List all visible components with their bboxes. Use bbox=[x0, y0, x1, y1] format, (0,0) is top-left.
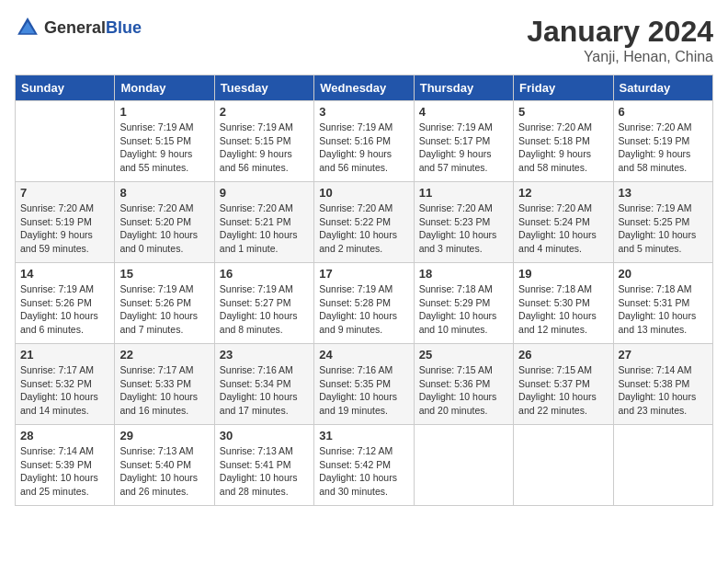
calendar-table: Sunday Monday Tuesday Wednesday Thursday… bbox=[15, 75, 713, 506]
day-info: Sunrise: 7:18 AM Sunset: 5:30 PM Dayligh… bbox=[518, 282, 608, 337]
table-row: 11Sunrise: 7:20 AM Sunset: 5:23 PM Dayli… bbox=[414, 182, 513, 263]
day-number: 15 bbox=[119, 267, 209, 281]
logo-text: GeneralBlue bbox=[44, 18, 142, 38]
day-number: 1 bbox=[119, 105, 209, 119]
table-row bbox=[414, 425, 513, 506]
col-saturday: Saturday bbox=[613, 75, 712, 101]
day-info: Sunrise: 7:20 AM Sunset: 5:20 PM Dayligh… bbox=[119, 201, 209, 256]
day-number: 20 bbox=[619, 267, 708, 281]
table-row: 8Sunrise: 7:20 AM Sunset: 5:20 PM Daylig… bbox=[115, 182, 214, 263]
day-number: 21 bbox=[20, 348, 109, 362]
col-thursday: Thursday bbox=[414, 75, 513, 101]
title-block: January 2024 Yanji, Henan, China bbox=[527, 15, 713, 65]
table-row bbox=[16, 101, 115, 182]
day-number: 6 bbox=[619, 105, 708, 119]
day-info: Sunrise: 7:19 AM Sunset: 5:15 PM Dayligh… bbox=[220, 121, 309, 175]
logo-blue: Blue bbox=[106, 18, 142, 37]
day-number: 13 bbox=[619, 186, 708, 200]
day-number: 8 bbox=[119, 186, 209, 200]
table-row: 23Sunrise: 7:16 AM Sunset: 5:34 PM Dayli… bbox=[214, 344, 313, 425]
table-row: 28Sunrise: 7:14 AM Sunset: 5:39 PM Dayli… bbox=[16, 425, 115, 506]
day-number: 23 bbox=[220, 348, 309, 362]
day-info: Sunrise: 7:19 AM Sunset: 5:15 PM Dayligh… bbox=[119, 121, 209, 175]
day-info: Sunrise: 7:17 AM Sunset: 5:33 PM Dayligh… bbox=[119, 363, 209, 418]
day-number: 29 bbox=[119, 429, 209, 442]
day-info: Sunrise: 7:15 AM Sunset: 5:36 PM Dayligh… bbox=[419, 363, 508, 418]
table-row: 26Sunrise: 7:15 AM Sunset: 5:37 PM Dayli… bbox=[514, 344, 613, 425]
day-number: 16 bbox=[220, 267, 309, 281]
calendar-week-row: 14Sunrise: 7:19 AM Sunset: 5:26 PM Dayli… bbox=[16, 263, 713, 344]
day-info: Sunrise: 7:19 AM Sunset: 5:17 PM Dayligh… bbox=[419, 121, 508, 175]
logo: GeneralBlue bbox=[15, 15, 142, 40]
day-number: 28 bbox=[20, 429, 109, 442]
table-row: 5Sunrise: 7:20 AM Sunset: 5:18 PM Daylig… bbox=[514, 101, 613, 182]
day-number: 25 bbox=[419, 348, 508, 362]
day-number: 27 bbox=[619, 348, 708, 362]
day-number: 12 bbox=[518, 186, 608, 200]
day-number: 14 bbox=[20, 267, 109, 281]
table-row: 14Sunrise: 7:19 AM Sunset: 5:26 PM Dayli… bbox=[16, 263, 115, 344]
col-tuesday: Tuesday bbox=[214, 75, 313, 101]
table-row: 25Sunrise: 7:15 AM Sunset: 5:36 PM Dayli… bbox=[414, 344, 513, 425]
table-row: 22Sunrise: 7:17 AM Sunset: 5:33 PM Dayli… bbox=[115, 344, 214, 425]
table-row: 20Sunrise: 7:18 AM Sunset: 5:31 PM Dayli… bbox=[613, 263, 712, 344]
table-row: 21Sunrise: 7:17 AM Sunset: 5:32 PM Dayli… bbox=[16, 344, 115, 425]
col-monday: Monday bbox=[115, 75, 214, 101]
col-friday: Friday bbox=[514, 75, 613, 101]
day-info: Sunrise: 7:19 AM Sunset: 5:27 PM Dayligh… bbox=[220, 282, 309, 337]
calendar-week-row: 28Sunrise: 7:14 AM Sunset: 5:39 PM Dayli… bbox=[16, 425, 713, 506]
day-info: Sunrise: 7:19 AM Sunset: 5:25 PM Dayligh… bbox=[619, 201, 708, 256]
day-info: Sunrise: 7:15 AM Sunset: 5:37 PM Dayligh… bbox=[518, 363, 608, 418]
day-number: 5 bbox=[518, 105, 608, 119]
table-row: 30Sunrise: 7:13 AM Sunset: 5:41 PM Dayli… bbox=[214, 425, 313, 506]
location-title: Yanji, Henan, China bbox=[527, 49, 713, 65]
table-row: 7Sunrise: 7:20 AM Sunset: 5:19 PM Daylig… bbox=[16, 182, 115, 263]
month-title: January 2024 bbox=[527, 15, 713, 49]
day-info: Sunrise: 7:18 AM Sunset: 5:29 PM Dayligh… bbox=[419, 282, 508, 337]
table-row: 31Sunrise: 7:12 AM Sunset: 5:42 PM Dayli… bbox=[314, 425, 414, 506]
day-number: 10 bbox=[319, 186, 408, 200]
table-row: 1Sunrise: 7:19 AM Sunset: 5:15 PM Daylig… bbox=[115, 101, 214, 182]
col-wednesday: Wednesday bbox=[314, 75, 414, 101]
table-row: 16Sunrise: 7:19 AM Sunset: 5:27 PM Dayli… bbox=[214, 263, 313, 344]
table-row bbox=[514, 425, 613, 506]
calendar-week-row: 1Sunrise: 7:19 AM Sunset: 5:15 PM Daylig… bbox=[16, 101, 713, 182]
day-number: 30 bbox=[220, 429, 309, 442]
day-number: 22 bbox=[119, 348, 209, 362]
day-number: 24 bbox=[319, 348, 408, 362]
table-row: 3Sunrise: 7:19 AM Sunset: 5:16 PM Daylig… bbox=[314, 101, 414, 182]
table-row: 6Sunrise: 7:20 AM Sunset: 5:19 PM Daylig… bbox=[613, 101, 712, 182]
day-number: 17 bbox=[319, 267, 408, 281]
table-row: 17Sunrise: 7:19 AM Sunset: 5:28 PM Dayli… bbox=[314, 263, 414, 344]
day-info: Sunrise: 7:16 AM Sunset: 5:35 PM Dayligh… bbox=[319, 363, 408, 418]
logo-general: General bbox=[44, 18, 106, 37]
logo-icon bbox=[15, 15, 40, 40]
day-number: 26 bbox=[518, 348, 608, 362]
day-info: Sunrise: 7:18 AM Sunset: 5:31 PM Dayligh… bbox=[619, 282, 708, 337]
day-number: 2 bbox=[220, 105, 309, 119]
day-number: 18 bbox=[419, 267, 508, 281]
day-info: Sunrise: 7:14 AM Sunset: 5:38 PM Dayligh… bbox=[619, 363, 708, 418]
calendar-week-row: 7Sunrise: 7:20 AM Sunset: 5:19 PM Daylig… bbox=[16, 182, 713, 263]
table-row: 4Sunrise: 7:19 AM Sunset: 5:17 PM Daylig… bbox=[414, 101, 513, 182]
table-row: 12Sunrise: 7:20 AM Sunset: 5:24 PM Dayli… bbox=[514, 182, 613, 263]
table-row: 29Sunrise: 7:13 AM Sunset: 5:40 PM Dayli… bbox=[115, 425, 214, 506]
table-row: 24Sunrise: 7:16 AM Sunset: 5:35 PM Dayli… bbox=[314, 344, 414, 425]
day-info: Sunrise: 7:20 AM Sunset: 5:22 PM Dayligh… bbox=[319, 201, 408, 256]
day-number: 4 bbox=[419, 105, 508, 119]
table-row: 9Sunrise: 7:20 AM Sunset: 5:21 PM Daylig… bbox=[214, 182, 313, 263]
day-info: Sunrise: 7:20 AM Sunset: 5:23 PM Dayligh… bbox=[419, 201, 508, 256]
table-row: 10Sunrise: 7:20 AM Sunset: 5:22 PM Dayli… bbox=[314, 182, 414, 263]
table-row: 27Sunrise: 7:14 AM Sunset: 5:38 PM Dayli… bbox=[613, 344, 712, 425]
day-number: 3 bbox=[319, 105, 408, 119]
day-info: Sunrise: 7:20 AM Sunset: 5:24 PM Dayligh… bbox=[518, 201, 608, 256]
day-number: 7 bbox=[20, 186, 109, 200]
day-info: Sunrise: 7:13 AM Sunset: 5:40 PM Dayligh… bbox=[119, 444, 209, 499]
day-number: 19 bbox=[518, 267, 608, 281]
day-info: Sunrise: 7:16 AM Sunset: 5:34 PM Dayligh… bbox=[220, 363, 309, 418]
day-number: 11 bbox=[419, 186, 508, 200]
day-info: Sunrise: 7:13 AM Sunset: 5:41 PM Dayligh… bbox=[220, 444, 309, 499]
day-info: Sunrise: 7:19 AM Sunset: 5:26 PM Dayligh… bbox=[20, 282, 109, 337]
page-header: GeneralBlue January 2024 Yanji, Henan, C… bbox=[15, 15, 713, 65]
table-row: 18Sunrise: 7:18 AM Sunset: 5:29 PM Dayli… bbox=[414, 263, 513, 344]
